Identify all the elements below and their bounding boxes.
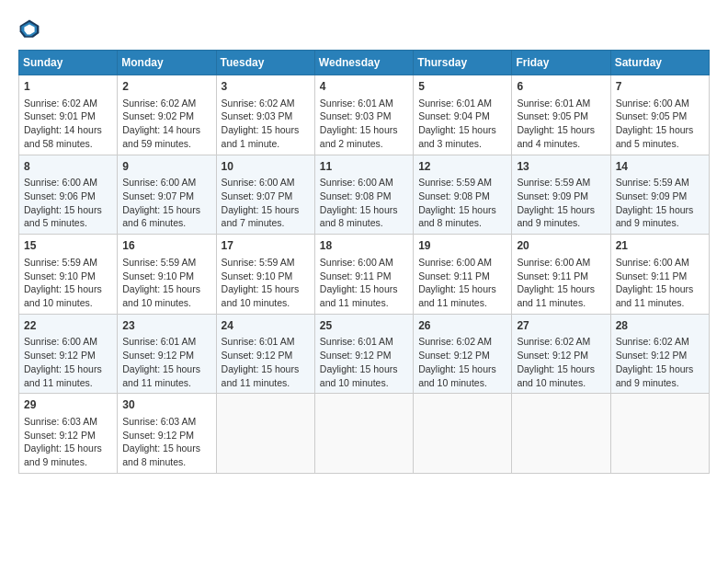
- day-detail: and 1 minute.: [222, 137, 310, 151]
- day-detail: Daylight: 15 hours: [616, 362, 704, 376]
- day-number: 3: [222, 79, 310, 95]
- day-detail: and 9 minutes.: [616, 376, 704, 390]
- day-number: 12: [418, 159, 506, 175]
- calendar-week-3: 15Sunrise: 5:59 AMSunset: 9:10 PMDayligh…: [19, 235, 710, 315]
- day-detail: Sunset: 9:08 PM: [320, 190, 408, 203]
- day-detail: Daylight: 15 hours: [517, 203, 605, 217]
- day-detail: Sunset: 9:12 PM: [122, 429, 210, 442]
- day-detail: and 4 minutes.: [517, 137, 605, 151]
- calendar-cell: 28Sunrise: 6:02 AMSunset: 9:12 PMDayligh…: [610, 314, 709, 394]
- weekday-header-wednesday: Wednesday: [314, 51, 413, 75]
- day-detail: and 8 minutes.: [418, 216, 506, 230]
- day-detail: and 10 minutes.: [320, 376, 408, 390]
- day-detail: Sunrise: 6:02 AM: [24, 97, 112, 110]
- day-detail: Sunset: 9:05 PM: [517, 109, 605, 123]
- calendar-cell: 17Sunrise: 5:59 AMSunset: 9:10 PMDayligh…: [216, 235, 314, 315]
- day-detail: Sunrise: 6:00 AM: [616, 256, 704, 270]
- day-number: 18: [320, 238, 408, 254]
- day-detail: Daylight: 15 hours: [320, 282, 408, 296]
- day-detail: Sunset: 9:12 PM: [418, 349, 506, 362]
- day-detail: Sunrise: 6:00 AM: [24, 176, 112, 190]
- day-detail: Sunset: 9:12 PM: [517, 349, 605, 362]
- calendar-cell: 12Sunrise: 5:59 AMSunset: 9:08 PMDayligh…: [414, 155, 512, 235]
- day-detail: and 10 minutes.: [517, 376, 605, 390]
- day-detail: Sunrise: 6:01 AM: [320, 97, 408, 110]
- weekday-header-tuesday: Tuesday: [216, 51, 314, 75]
- day-detail: and 9 minutes.: [616, 216, 704, 230]
- day-detail: Daylight: 15 hours: [24, 362, 112, 376]
- day-detail: and 8 minutes.: [122, 455, 210, 469]
- day-detail: and 10 minutes.: [24, 296, 112, 310]
- day-detail: and 11 minutes.: [418, 296, 506, 310]
- day-detail: Sunrise: 6:01 AM: [418, 97, 506, 110]
- day-detail: Daylight: 15 hours: [616, 203, 704, 217]
- page-header: [18, 18, 710, 40]
- day-detail: Sunrise: 6:01 AM: [222, 335, 310, 349]
- day-detail: Sunset: 9:11 PM: [418, 270, 506, 283]
- day-detail: Sunset: 9:07 PM: [222, 190, 310, 203]
- day-detail: Sunrise: 5:59 AM: [24, 256, 112, 270]
- day-detail: Sunrise: 6:02 AM: [418, 335, 506, 349]
- day-detail: Sunset: 9:12 PM: [222, 349, 310, 362]
- calendar-cell: 26Sunrise: 6:02 AMSunset: 9:12 PMDayligh…: [414, 314, 512, 394]
- day-detail: Sunrise: 6:02 AM: [616, 335, 704, 349]
- day-detail: Sunset: 9:10 PM: [24, 270, 112, 283]
- day-detail: and 5 minutes.: [616, 137, 704, 151]
- day-detail: Daylight: 15 hours: [320, 362, 408, 376]
- day-number: 25: [320, 318, 408, 334]
- day-number: 4: [320, 79, 408, 95]
- day-detail: Sunrise: 6:01 AM: [320, 335, 408, 349]
- day-detail: Sunrise: 6:02 AM: [122, 97, 210, 110]
- day-number: 29: [24, 397, 112, 413]
- day-number: 10: [222, 159, 310, 175]
- day-detail: and 8 minutes.: [320, 216, 408, 230]
- day-number: 8: [24, 159, 112, 175]
- day-number: 30: [122, 397, 210, 413]
- day-number: 24: [222, 318, 310, 334]
- day-detail: Sunrise: 5:59 AM: [222, 256, 310, 270]
- day-detail: Sunrise: 6:00 AM: [616, 97, 704, 110]
- day-detail: and 6 minutes.: [122, 216, 210, 230]
- day-detail: Sunset: 9:12 PM: [320, 349, 408, 362]
- day-detail: Sunset: 9:12 PM: [122, 349, 210, 362]
- day-number: 5: [418, 79, 506, 95]
- calendar-cell: 15Sunrise: 5:59 AMSunset: 9:10 PMDayligh…: [19, 235, 118, 315]
- calendar-cell: 30Sunrise: 6:03 AMSunset: 9:12 PMDayligh…: [118, 394, 216, 474]
- day-number: 1: [24, 79, 112, 95]
- day-number: 26: [418, 318, 506, 334]
- calendar-cell: 6Sunrise: 6:01 AMSunset: 9:05 PMDaylight…: [512, 75, 610, 155]
- day-number: 6: [517, 79, 605, 95]
- day-detail: Sunset: 9:09 PM: [517, 190, 605, 203]
- day-detail: Daylight: 15 hours: [222, 362, 310, 376]
- day-detail: and 11 minutes.: [222, 376, 310, 390]
- day-number: 7: [616, 79, 704, 95]
- day-number: 16: [122, 238, 210, 254]
- day-number: 21: [616, 238, 704, 254]
- day-detail: Sunrise: 6:03 AM: [122, 415, 210, 429]
- day-detail: Sunset: 9:12 PM: [24, 429, 112, 442]
- day-detail: Sunset: 9:12 PM: [24, 349, 112, 362]
- day-number: 13: [517, 159, 605, 175]
- calendar-cell: [314, 394, 413, 474]
- calendar-cell: 1Sunrise: 6:02 AMSunset: 9:01 PMDaylight…: [19, 75, 118, 155]
- day-detail: Sunset: 9:10 PM: [222, 270, 310, 283]
- day-detail: and 2 minutes.: [320, 137, 408, 151]
- day-number: 9: [122, 159, 210, 175]
- day-detail: Daylight: 15 hours: [517, 362, 605, 376]
- calendar-cell: 16Sunrise: 5:59 AMSunset: 9:10 PMDayligh…: [118, 235, 216, 315]
- day-detail: Daylight: 15 hours: [320, 123, 408, 137]
- calendar-cell: 21Sunrise: 6:00 AMSunset: 9:11 PMDayligh…: [610, 235, 709, 315]
- day-detail: Sunrise: 6:00 AM: [320, 256, 408, 270]
- day-detail: Sunrise: 6:01 AM: [517, 97, 605, 110]
- calendar-cell: 3Sunrise: 6:02 AMSunset: 9:03 PMDaylight…: [216, 75, 314, 155]
- day-detail: Sunset: 9:11 PM: [517, 270, 605, 283]
- logo-icon: [18, 18, 40, 40]
- day-detail: and 10 minutes.: [222, 296, 310, 310]
- weekday-header-saturday: Saturday: [610, 51, 709, 75]
- day-number: 22: [24, 318, 112, 334]
- day-detail: Daylight: 15 hours: [616, 123, 704, 137]
- day-detail: and 7 minutes.: [222, 216, 310, 230]
- day-detail: Sunset: 9:07 PM: [122, 190, 210, 203]
- calendar-week-4: 22Sunrise: 6:00 AMSunset: 9:12 PMDayligh…: [19, 314, 710, 394]
- day-detail: Sunrise: 5:59 AM: [122, 256, 210, 270]
